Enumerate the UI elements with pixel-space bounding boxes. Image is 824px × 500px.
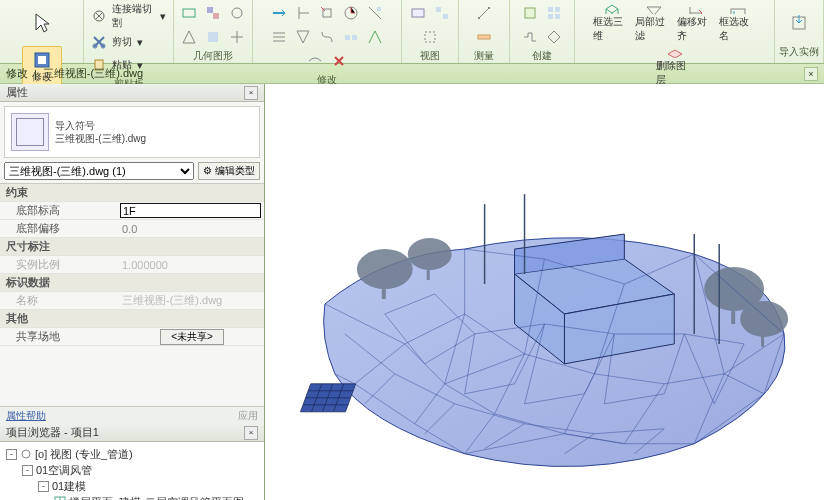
prop-row-sharedsite: 共享场地 <未共享> bbox=[0, 328, 264, 346]
import-instance-button[interactable] bbox=[779, 2, 819, 44]
mod-btn[interactable] bbox=[364, 26, 386, 48]
svg-rect-26 bbox=[731, 9, 745, 14]
cut-dd[interactable]: ▾ bbox=[134, 31, 146, 53]
mod-btn[interactable] bbox=[292, 2, 314, 24]
ribbon-group-create: 创建 bbox=[510, 0, 575, 63]
views-root-icon bbox=[20, 448, 32, 460]
tree-twisty-icon[interactable]: - bbox=[22, 465, 33, 476]
edit-type-icon: ⚙ bbox=[203, 165, 212, 176]
mod-btn[interactable] bbox=[316, 26, 338, 48]
mod-btn[interactable] bbox=[292, 26, 314, 48]
geom-btn-4[interactable] bbox=[178, 26, 200, 48]
mod-btn[interactable] bbox=[340, 26, 362, 48]
base-offset-value[interactable]: 0.0 bbox=[120, 223, 264, 235]
svg-rect-10 bbox=[208, 32, 218, 42]
filter-button[interactable]: 局部过滤 bbox=[634, 2, 674, 44]
measure-btn[interactable] bbox=[473, 2, 495, 24]
create-btn[interactable] bbox=[519, 2, 541, 24]
mod-btn[interactable] bbox=[364, 2, 386, 24]
prop-section[interactable]: 标识数据 bbox=[0, 274, 264, 292]
align-button[interactable]: 偏移对齐 bbox=[676, 2, 716, 44]
ribbon-group-label: 视图 bbox=[420, 48, 440, 63]
create-btn[interactable] bbox=[543, 2, 565, 24]
cut-join-button[interactable] bbox=[88, 5, 110, 27]
prop-section[interactable]: 尺寸标注 bbox=[0, 238, 264, 256]
create-btn[interactable] bbox=[543, 26, 565, 48]
svg-rect-17 bbox=[436, 7, 441, 12]
edit-type-button[interactable]: ⚙ 编辑类型 bbox=[198, 162, 260, 180]
tree-node[interactable]: -[o] 视图 (专业_管道) bbox=[2, 446, 262, 462]
svg-rect-20 bbox=[478, 35, 490, 39]
3d-viewport[interactable] bbox=[265, 84, 824, 500]
geom-btn-1[interactable] bbox=[178, 2, 200, 24]
properties-close-icon[interactable]: × bbox=[244, 86, 258, 100]
svg-rect-19 bbox=[425, 32, 435, 42]
svg-rect-16 bbox=[412, 9, 424, 17]
svg-rect-23 bbox=[555, 7, 560, 12]
ribbon-group-label: 创建 bbox=[532, 48, 552, 63]
browser-close-icon[interactable]: × bbox=[244, 426, 258, 440]
cut-button[interactable] bbox=[88, 31, 110, 53]
tree-twisty-icon[interactable]: - bbox=[6, 449, 17, 460]
svg-point-28 bbox=[22, 450, 30, 458]
properties-help-link[interactable]: 属性帮助 bbox=[6, 409, 46, 423]
main-area: 属性 × 导入符号 三维视图-(三维).dwg 三维视图-(三维).dwg (1… bbox=[0, 84, 824, 500]
mesh-render-icon bbox=[265, 84, 824, 500]
mod-btn[interactable] bbox=[328, 50, 350, 72]
measure-btn[interactable] bbox=[473, 26, 495, 48]
instance-selector[interactable]: 三维视图-(三维).dwg (1) bbox=[4, 162, 194, 180]
base-level-input[interactable] bbox=[120, 203, 261, 218]
tree-node[interactable]: 楼层平面: 建模-二层空调风管平面图 bbox=[2, 494, 262, 500]
view-btn[interactable] bbox=[419, 26, 441, 48]
svg-rect-24 bbox=[548, 14, 553, 19]
browser-header: 项目浏览器 - 项目1 × bbox=[0, 424, 264, 442]
geom-btn-3[interactable] bbox=[226, 2, 248, 24]
ribbon-group-view: 视图 bbox=[402, 0, 459, 63]
ribbon-group-measure: 测量 bbox=[459, 0, 510, 63]
prop-row-name: 名称 三维视图-(三维).dwg bbox=[0, 292, 264, 310]
geom-btn-2[interactable] bbox=[202, 2, 224, 24]
geom-btn-6[interactable] bbox=[226, 26, 248, 48]
mod-btn[interactable] bbox=[316, 2, 338, 24]
tree-twisty-icon[interactable]: - bbox=[38, 481, 49, 492]
mod-btn[interactable] bbox=[304, 50, 326, 72]
doc-name: 三维视图-(三维).dwg bbox=[43, 66, 143, 81]
mod-btn[interactable] bbox=[340, 2, 362, 24]
apply-button[interactable]: 应用 bbox=[238, 409, 258, 423]
view-btn[interactable] bbox=[431, 2, 453, 24]
contextbar-close-icon[interactable]: × bbox=[804, 67, 818, 81]
prop-section[interactable]: 其他 bbox=[0, 310, 264, 328]
svg-rect-21 bbox=[525, 8, 535, 18]
view-btn[interactable] bbox=[407, 2, 429, 24]
tree-label: [o] 视图 (专业_管道) bbox=[35, 447, 133, 462]
geom-btn-5[interactable] bbox=[202, 26, 224, 48]
cut-join-dd[interactable]: ▾ bbox=[157, 5, 169, 27]
mini-label: 剪切 bbox=[112, 35, 132, 49]
box3d-button[interactable]: 框选三维 bbox=[592, 2, 632, 44]
mod-btn[interactable] bbox=[268, 2, 290, 24]
dellayer-button[interactable]: 删除图层 bbox=[655, 46, 695, 88]
ribbon-group-label: 测量 bbox=[474, 48, 494, 63]
rename-button[interactable]: 框选改名 bbox=[718, 2, 758, 44]
shared-site-button[interactable]: <未共享> bbox=[160, 329, 224, 345]
svg-rect-6 bbox=[183, 9, 195, 17]
select-tool-button[interactable] bbox=[22, 2, 62, 44]
svg-point-9 bbox=[232, 8, 242, 18]
prop-row-baselevel: 底部标高 bbox=[0, 202, 264, 220]
ribbon-group-label: 导入实例 bbox=[779, 44, 819, 59]
prop-section[interactable]: 约束 bbox=[0, 184, 264, 202]
properties-footer: 属性帮助 应用 bbox=[0, 406, 264, 424]
properties-type-card[interactable]: 导入符号 三维视图-(三维).dwg bbox=[4, 106, 260, 158]
ribbon-group-master: 框选三维 局部过滤 偏移对齐 框选改名 删除图层 建模大师（通用） bbox=[575, 0, 775, 63]
type-thumbnail-icon bbox=[11, 113, 49, 151]
tree-label: 01空调风管 bbox=[36, 463, 92, 478]
tree-node[interactable]: -01建模 bbox=[2, 478, 262, 494]
mod-btn[interactable] bbox=[268, 26, 290, 48]
prop-row-scale: 实例比例 1.000000 bbox=[0, 256, 264, 274]
properties-list: 约束 底部标高 底部偏移 0.0 尺寸标注 实例比例 1.000000 标识数据… bbox=[0, 183, 264, 406]
ribbon-group-clipboard: 连接端切割 ▾ 剪切 ▾ 粘贴 ▾ 剪贴板 bbox=[84, 0, 174, 63]
tree-node[interactable]: -01空调风管 bbox=[2, 462, 262, 478]
project-browser[interactable]: -[o] 视图 (专业_管道)-01空调风管-01建模楼层平面: 建模-二层空调… bbox=[0, 442, 264, 500]
left-panels: 属性 × 导入符号 三维视图-(三维).dwg 三维视图-(三维).dwg (1… bbox=[0, 84, 265, 500]
create-btn[interactable] bbox=[519, 26, 541, 48]
